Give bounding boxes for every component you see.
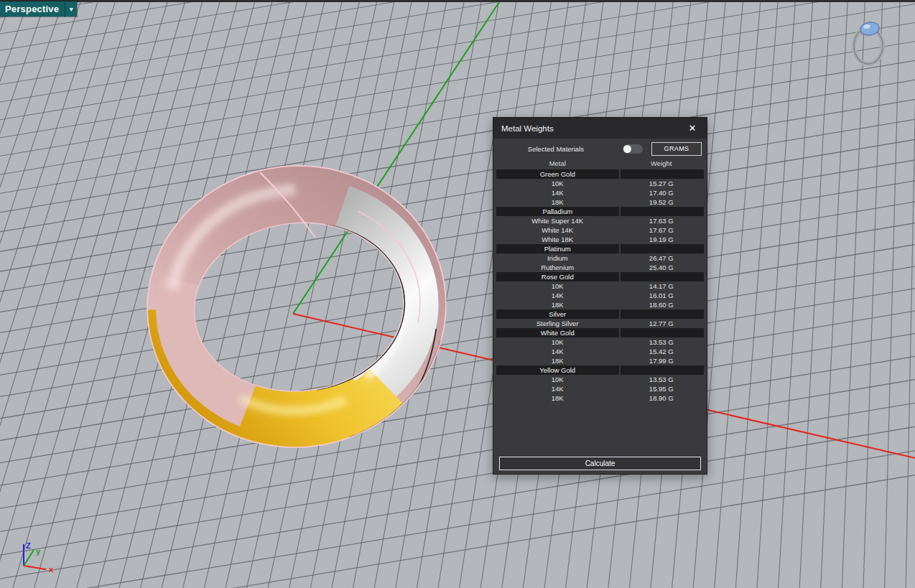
gizmo-z-label: Z xyxy=(26,541,31,550)
metal-category-row: White Gold xyxy=(496,328,704,337)
category-label: White Gold xyxy=(496,328,619,337)
viewport-3d[interactable]: Z y x xyxy=(0,0,915,588)
metal-weight: 13.53 G xyxy=(619,337,705,347)
metal-row[interactable]: 14K15.42 G xyxy=(496,347,704,356)
metal-name: White Super 14K xyxy=(496,216,619,225)
gizmo-y-axis xyxy=(24,550,34,566)
metal-name: 18K xyxy=(496,197,619,207)
metal-name: 14K xyxy=(496,188,619,197)
metal-name: 10K xyxy=(496,179,619,188)
category-weight-cell xyxy=(621,272,705,281)
metal-name: 18K xyxy=(496,356,619,365)
category-weight-cell xyxy=(621,328,705,337)
metal-weight: 19.52 G xyxy=(619,197,705,207)
metal-category-row: Silver xyxy=(496,309,704,319)
metal-row[interactable]: Iridium26.47 G xyxy=(496,253,704,263)
metal-weight: 26.47 G xyxy=(619,253,705,263)
scene-layer: Z y x xyxy=(0,0,915,588)
metal-row[interactable]: 10K13.53 G xyxy=(496,337,704,347)
metal-category-row: Rose Gold xyxy=(496,272,704,281)
category-label: Platinum xyxy=(496,244,619,253)
selected-materials-toggle[interactable] xyxy=(623,144,643,154)
metal-name: White 14K xyxy=(496,225,619,235)
panel-header[interactable]: Metal Weights ✕ xyxy=(493,118,707,139)
metal-row[interactable]: 10K15.27 G xyxy=(496,179,704,188)
metal-category-row: Platinum xyxy=(496,244,704,253)
metal-row[interactable]: 10K13.53 G xyxy=(496,375,704,384)
metal-table-body: Green Gold10K15.27 G14K17.40 G18K19.52 G… xyxy=(493,169,707,403)
table-column-headers: Metal Weight xyxy=(493,157,707,169)
metal-weight: 17.67 G xyxy=(619,225,705,235)
metal-name: Ruthenium xyxy=(496,263,619,272)
ring-model[interactable] xyxy=(134,151,460,462)
metal-name: 18K xyxy=(496,300,619,309)
close-icon[interactable]: ✕ xyxy=(687,123,698,133)
category-label: Palladium xyxy=(496,207,619,216)
category-weight-cell xyxy=(621,365,705,375)
metal-category-row: Palladium xyxy=(496,207,704,216)
distant-ring-object[interactable] xyxy=(854,21,883,64)
metal-weight: 17.40 G xyxy=(619,188,705,197)
gizmo-y-label: y xyxy=(36,547,41,556)
viewport-menu-button[interactable]: ▾ xyxy=(65,1,77,17)
metal-row[interactable]: 14K17.40 G xyxy=(496,188,704,197)
metal-name: 14K xyxy=(496,347,619,356)
metal-weights-panel: Metal Weights ✕ Selected Materials GRAMS… xyxy=(493,117,707,475)
metal-name: Sterling Silver xyxy=(496,319,619,328)
metal-name: 14K xyxy=(496,384,619,393)
metal-row[interactable]: 10K14.17 G xyxy=(496,281,704,291)
category-label: Silver xyxy=(496,309,619,319)
panel-title: Metal Weights xyxy=(501,124,554,133)
metal-category-row: Green Gold xyxy=(496,169,704,179)
metal-weight: 17.63 G xyxy=(619,216,705,225)
metal-weight: 15.27 G xyxy=(619,179,705,188)
category-weight-cell xyxy=(621,207,705,216)
metal-name: 10K xyxy=(496,281,619,291)
metal-row[interactable]: White 14K17.67 G xyxy=(496,225,704,235)
category-weight-cell xyxy=(621,244,705,253)
metal-weight: 16.01 G xyxy=(619,291,705,300)
weight-column-header: Weight xyxy=(619,159,705,167)
viewport-title-tab[interactable]: Perspective ▾ xyxy=(0,1,77,17)
calculate-button[interactable]: Calculate xyxy=(499,457,701,470)
selected-materials-label: Selected Materials xyxy=(528,145,584,153)
metal-weight: 13.53 G xyxy=(619,375,705,384)
metal-name: 10K xyxy=(496,375,619,384)
gizmo-x-label: x xyxy=(49,565,54,574)
category-label: Yellow Gold xyxy=(496,365,619,375)
metal-weight: 14.17 G xyxy=(619,281,705,291)
metal-weight: 15.42 G xyxy=(619,347,705,356)
metal-weight: 17.99 G xyxy=(619,356,705,365)
gizmo-x-axis xyxy=(24,566,46,569)
metal-row[interactable]: 18K17.99 G xyxy=(496,356,704,365)
metal-row[interactable]: 18K18.60 G xyxy=(496,300,704,309)
metal-row[interactable]: White 18K19.19 G xyxy=(496,235,704,244)
panel-spacer xyxy=(493,403,707,457)
chevron-down-icon: ▾ xyxy=(70,5,73,13)
metal-weight: 18.60 G xyxy=(619,300,705,309)
metal-weight: 18.90 G xyxy=(619,393,705,403)
metal-row[interactable]: 14K15.95 G xyxy=(496,384,704,393)
metal-weight: 19.19 G xyxy=(619,235,705,244)
metal-row[interactable]: 18K19.52 G xyxy=(496,197,704,207)
metal-name: White 18K xyxy=(496,235,619,244)
metal-row[interactable]: 18K18.90 G xyxy=(496,393,704,403)
category-label: Green Gold xyxy=(496,169,619,179)
category-weight-cell xyxy=(621,169,705,179)
metal-name: 18K xyxy=(496,393,619,403)
axis-gizmo: Z y x xyxy=(24,541,54,574)
viewport-top-border xyxy=(0,0,915,2)
metal-weight: 12.77 G xyxy=(619,319,705,328)
metal-weight: 25.40 G xyxy=(619,263,705,272)
metal-category-row: Yellow Gold xyxy=(496,365,704,375)
metal-name: 10K xyxy=(496,337,619,347)
metal-row[interactable]: Ruthenium25.40 G xyxy=(496,263,704,272)
metal-row[interactable]: Sterling Silver12.77 G xyxy=(496,319,704,328)
metal-row[interactable]: 14K16.01 G xyxy=(496,291,704,300)
metal-weight: 15.95 G xyxy=(619,384,705,393)
panel-controls: Selected Materials GRAMS xyxy=(493,139,707,157)
metal-row[interactable]: White Super 14K17.63 G xyxy=(496,216,704,225)
category-label: Rose Gold xyxy=(496,272,619,281)
toggle-knob xyxy=(623,145,631,153)
units-button[interactable]: GRAMS xyxy=(651,142,702,156)
